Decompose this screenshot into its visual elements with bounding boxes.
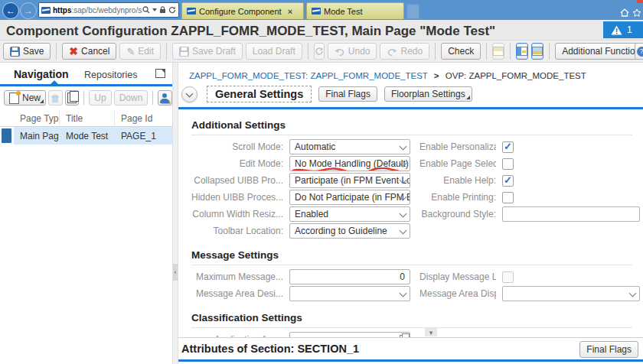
up-button[interactable]: Up [89,90,111,106]
user-settings-button[interactable] [158,90,172,106]
final-flags-label: Final Flags [586,344,632,355]
stacked-view-button[interactable] [531,43,543,60]
scroll-mode-select[interactable]: Automatic [289,139,410,154]
split-view-button[interactable] [516,43,528,60]
message-area-display-select[interactable] [502,286,640,301]
enable-printing-checkbox[interactable] [502,192,514,203]
sap-favicon [187,8,196,15]
refresh-button[interactable] [314,43,325,60]
scroll-mode-label: Scroll Mode: [191,141,283,152]
enable-printing-label: Enable Printing: [419,192,496,203]
save-draft-button[interactable]: Save Draft [172,43,243,60]
redo-button[interactable]: Redo [380,43,429,60]
toolbar-separator [152,91,153,105]
column-width-label: Column Width Resiz... [191,209,283,219]
down-button[interactable]: Down [114,90,149,106]
collapse-section-button[interactable] [181,86,197,102]
form-row: Toolbar Location: According to Guideline [178,223,643,239]
message-area-display-label: Message Area Displ... [419,288,496,299]
tab-mode-test[interactable]: Mode Test [306,2,404,19]
select-value: Participate (in FPM Event Loop) (De [295,175,410,186]
undo-icon [335,47,345,56]
check-button[interactable]: Check [441,43,481,60]
row-selection-indicator [2,128,11,143]
column-width-select[interactable]: Enabled [289,206,410,222]
chevron-down-icon[interactable] [152,8,157,11]
toolbar-separator [56,43,57,60]
scroll-down-button[interactable]: ▾ [425,328,437,336]
panel-splitter[interactable]: ‹ [172,63,178,364]
close-tab-icon[interactable]: × [288,7,292,16]
chevron-down-icon [400,143,407,151]
address-bar[interactable]: https:sap/bc/webdynpro/sap/configu/bc/we… [38,2,179,18]
breadcrumb-link[interactable]: ZAPPL_FOMR_MODE_TEST: ZAPPL_FOMR_MODE_TE… [189,71,428,80]
additional-functions-button[interactable]: Additional Functions [555,43,643,60]
floorplan-settings-button[interactable]: Floorplan Settings [384,86,472,102]
title-bar: Component Configuration ZAPPL_FOMR_MODE_… [0,20,643,41]
breadcrumb: ZAPPL_FOMR_MODE_TEST: ZAPPL_FOMR_MODE_TE… [189,71,586,80]
expand-panel-icon[interactable] [155,69,165,78]
column-header-page-id[interactable]: Page Id [115,110,172,126]
home-icon[interactable] [620,8,629,17]
new-label: New [22,93,41,103]
cancel-button[interactable]: ✖Cancel [62,43,116,60]
attributes-final-flags-button[interactable]: Final Flags [579,341,638,358]
address-bar-icons [142,6,176,14]
tab-configure-component[interactable]: Configure Component × [181,2,304,19]
menu-corner-icon [40,99,44,103]
search-icon[interactable] [142,6,150,14]
new-tab-button[interactable] [406,4,419,19]
save-label: Save [23,46,44,57]
splitter-collapse-handle[interactable]: ‹ [173,264,178,281]
copy-button[interactable] [65,90,80,106]
sap-favicon [312,8,321,15]
display-message-log-label: Display Message Log: [419,271,496,282]
background-style-input[interactable] [502,206,640,222]
delete-button[interactable]: 🗑 [48,90,63,106]
toolbar-separator [510,43,511,60]
column-header-page-type[interactable]: Page Type [14,110,60,126]
check-icon: ✓ [504,175,512,185]
collapsed-uibb-select[interactable]: Participate (in FPM Event Loop) (De [289,173,410,188]
undo-button[interactable]: Undo [328,43,377,60]
table-row[interactable]: Main Page Mode Test PAGE_1 [0,127,172,145]
load-draft-button[interactable]: Load Draft [246,43,302,60]
redo-icon [387,47,397,56]
toolbar-location-select[interactable]: According to Guideline [289,223,410,239]
help-button-partial[interactable]: ? [635,43,643,60]
trash-icon: 🗑 [51,93,60,103]
new-button[interactable]: New [4,90,46,106]
browser-forward-button[interactable]: → [20,2,37,19]
window-close-button[interactable] [637,0,643,3]
enable-page-selector-checkbox[interactable] [502,158,514,170]
cancel-icon: ✖ [69,46,78,57]
tab-repositories[interactable]: Repositories [84,70,137,80]
warning-icon [611,25,622,35]
hidden-uibb-select[interactable]: Do Not Participate (in FPM Event Lo [289,190,410,205]
edit-mode-select[interactable]: No Mode Handling (Default) [289,156,410,171]
display-message-log-checkbox[interactable] [502,271,514,283]
help-icon: ? [637,47,643,57]
warning-badge[interactable]: 1 [603,21,643,38]
hidden-uibb-label: Hidden UIBB Proces... [191,192,283,203]
browser-back-button[interactable]: ← [2,2,19,19]
message-area-design-select[interactable] [289,286,410,301]
refresh-icon[interactable] [168,6,176,14]
form-row: Edit Mode: No Mode Handling (Default) En… [178,155,643,172]
edit-button[interactable]: ✎Edit [119,43,161,60]
check-label: Check [448,46,474,57]
final-flags-button[interactable]: Final Flags [318,86,377,102]
toolbar-separator [486,43,487,60]
enable-personalization-checkbox[interactable]: ✓ [502,141,514,153]
tab-navigation[interactable]: Navigation [14,68,69,80]
select-value: Enabled [295,209,328,219]
chevron-down-icon [400,227,407,235]
form-row: Message Area Desi... Message Area Displ.… [178,285,643,302]
save-button[interactable]: Save [3,43,51,60]
maximum-message-input[interactable] [289,269,410,284]
favorites-star-icon[interactable] [632,8,641,17]
column-header-title[interactable]: Title [60,110,115,126]
form-row: Collapsed UIBB Pro... Participate (in FP… [178,172,643,189]
enable-help-checkbox[interactable]: ✓ [502,175,514,187]
layout-option-button[interactable] [492,43,504,60]
